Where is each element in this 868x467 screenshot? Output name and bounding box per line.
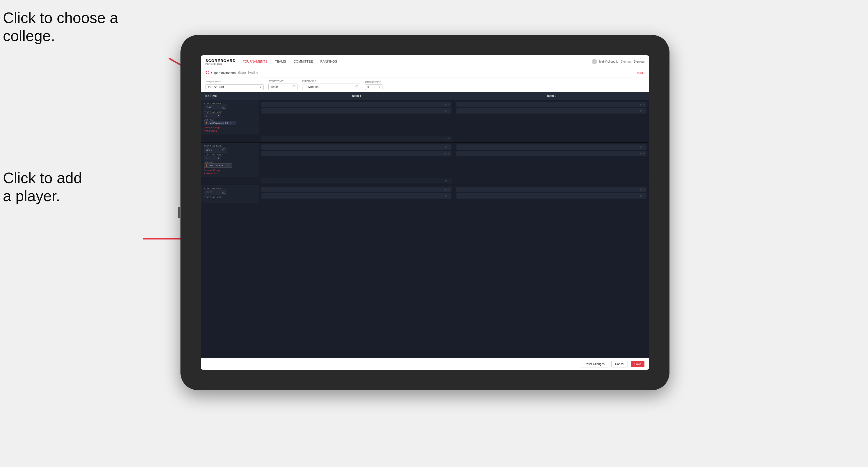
starting-hole-label-3: STARTING HOLE: [204, 196, 256, 198]
slot-dots-6-1[interactable]: ⋯ [643, 188, 645, 191]
nav-link-committee[interactable]: COMMITTEE [292, 59, 314, 64]
nav-link-tournaments[interactable]: TOURNAMENTS [242, 59, 269, 64]
start-time-select[interactable]: 10:00 ⓘ [268, 84, 298, 90]
player-slot-4-1[interactable]: ✕ ⋯ [457, 145, 647, 150]
start-type-select[interactable]: 1st Tee Start ▼ [206, 85, 264, 90]
team1-panel-1: ✕ ⋯ ✕ ⋯ [259, 100, 454, 134]
course-row-1: 🏌 (A) Peachtree GC ✕ ⋯ [204, 121, 256, 125]
slot-x-4-2[interactable]: ✕ [640, 152, 642, 155]
slot-dots-5-1[interactable]: ⋯ [448, 188, 450, 191]
nav-link-teams[interactable]: TEAMS [274, 59, 287, 64]
save-button[interactable]: Save [631, 361, 645, 367]
course-slot-dots-1[interactable]: ⋯ [448, 137, 451, 140]
player-slot-3-2[interactable]: ✕ ⋯ [261, 151, 452, 156]
player-slot-1-2[interactable]: ✕ ⋯ [261, 108, 452, 114]
course-tag-1[interactable]: 🏌 (A) Peachtree GC ✕ ⋯ [204, 121, 236, 125]
course-slot-x-2[interactable]: ✕ [445, 180, 447, 182]
action-links-1: Remove Group + Add Group [204, 126, 256, 132]
footer: Reset Changes Cancel Save [201, 358, 649, 370]
back-button[interactable]: ‹ Back [636, 71, 645, 74]
starting-time-input-2[interactable]: 10:10 ⓘ [204, 147, 227, 153]
course-remove-2[interactable]: ✕ [225, 164, 227, 167]
starting-time-row-3: 10:20 ⓘ [204, 190, 256, 195]
group-size-label: Group Size [365, 81, 382, 84]
course-remove-1[interactable]: ✕ [229, 122, 231, 124]
slot-x-6-1[interactable]: ✕ [640, 188, 642, 191]
slot-dots-1-1[interactable]: ⋯ [448, 103, 450, 106]
user-email: blair@clippd.io [599, 60, 619, 63]
course-slot-dots-2[interactable]: ⋯ [448, 180, 451, 182]
sign-out-link[interactable]: Sign out [621, 60, 632, 63]
course-dots-1[interactable]: ⋯ [232, 122, 234, 124]
slot-x-1-1[interactable]: ✕ [445, 103, 447, 106]
nav-link-rankings[interactable]: RANKINGS [319, 59, 338, 64]
starting-hole-input-1[interactable]: 1 ▼ [204, 113, 221, 118]
player-slot-6-2[interactable]: ✕ ⋯ [457, 193, 647, 198]
player-slot-5-1[interactable]: ✕ ⋯ [261, 187, 452, 192]
slot-dots-5-2[interactable]: ⋯ [448, 195, 450, 197]
slot-x-1-2[interactable]: ✕ [445, 110, 447, 113]
nav-avatar [592, 59, 597, 64]
slot-x-6-2[interactable]: ✕ [640, 195, 642, 197]
course-label-2: COURSE: [204, 161, 256, 163]
navbar: SCOREBOARD Powered by clippd TOURNAMENTS… [201, 55, 649, 68]
hole-chevron-2: ▼ [217, 157, 219, 160]
starting-hole-label-1: STARTING HOLE: [204, 111, 256, 113]
starting-time-input-3[interactable]: 10:20 ⓘ [204, 190, 227, 195]
start-time-info-icon: ⓘ [292, 85, 296, 89]
player-slot-2-1[interactable]: ✕ ⋯ [457, 102, 647, 107]
player-slot-5-2[interactable]: ✕ ⋯ [261, 193, 452, 198]
slot-dots-2-2[interactable]: ⋯ [643, 110, 645, 113]
course-icon-2: 🏌 [206, 164, 209, 167]
slot-dots-1-2[interactable]: ⋯ [448, 110, 450, 113]
add-group-2[interactable]: + Add Group [204, 172, 256, 175]
slot-x-5-1[interactable]: ✕ [445, 188, 447, 191]
start-type-chevron: ▼ [259, 86, 262, 89]
player-slot-1-1[interactable]: ✕ ⋯ [261, 102, 452, 107]
player-slot-4-2[interactable]: ✕ ⋯ [457, 151, 647, 156]
remove-group-1[interactable]: Remove Group [204, 126, 256, 129]
starting-time-row-1: 10:00 ⓘ [204, 104, 256, 110]
course-slot-2[interactable]: ✕ ⋯ [261, 178, 452, 183]
course-slot-1[interactable]: ✕ ⋯ [261, 136, 452, 141]
course-slot-x-1[interactable]: ✕ [445, 137, 447, 140]
intervals-select[interactable]: 10 Minutes ⓘ [302, 84, 360, 90]
player-slot-6-1[interactable]: ✕ ⋯ [457, 187, 647, 192]
sign-out-text[interactable]: Sign out [634, 60, 645, 63]
starting-hole-row-1: 1 ▼ [204, 113, 256, 118]
starting-hole-input-2[interactable]: 1 ▼ [204, 156, 221, 160]
slot-dots-4-2[interactable]: ⋯ [643, 152, 645, 155]
slot-dots-3-2[interactable]: ⋯ [448, 152, 450, 155]
slot-x-5-2[interactable]: ✕ [445, 195, 447, 197]
add-group-1[interactable]: + Add Group [204, 130, 256, 132]
group-size-select[interactable]: 3 ▼ [365, 85, 382, 90]
slot-dots-3-1[interactable]: ⋯ [448, 146, 450, 149]
remove-group-2[interactable]: Remove Group [204, 169, 256, 172]
intervals-info-icon: ⓘ [355, 85, 358, 89]
slot-dots-2-1[interactable]: ⋯ [643, 103, 645, 106]
player-slot-2-2[interactable]: ✕ ⋯ [457, 108, 647, 114]
course-label-1: COURSE: [204, 119, 256, 121]
slot-x-4-1[interactable]: ✕ [640, 146, 642, 149]
slot-dots-4-1[interactable]: ⋯ [643, 146, 645, 149]
cancel-button[interactable]: Cancel [611, 361, 628, 367]
slot-x-2-1[interactable]: ✕ [640, 103, 642, 106]
player-slot-3-1[interactable]: ✕ ⋯ [261, 145, 452, 150]
th-tee-time: Tee Time [201, 92, 259, 100]
intervals-field: Intervals 10 Minutes ⓘ [302, 80, 360, 90]
time-info-icon-3: ⓘ [222, 190, 225, 194]
start-type-field: Start Type 1st Tee Start ▼ [206, 81, 264, 90]
starting-time-input-1[interactable]: 10:00 ⓘ [204, 104, 227, 110]
tournament-title[interactable]: Clippd Invitational [211, 71, 237, 74]
slot-x-2-2[interactable]: ✕ [640, 110, 642, 113]
reset-changes-button[interactable]: Reset Changes [581, 361, 608, 367]
course-dots-2[interactable]: ⋯ [228, 164, 230, 167]
slot-x-3-2[interactable]: ✕ [445, 152, 447, 155]
slot-x-3-1[interactable]: ✕ [445, 146, 447, 149]
main-content: STARTING TIME: 10:00 ⓘ STARTING HOLE: 1 [201, 100, 649, 358]
hole-chevron-1: ▼ [217, 115, 219, 117]
slot-dots-6-2[interactable]: ⋯ [643, 195, 645, 197]
course-tag-2[interactable]: 🏌 East Lake GC ✕ ⋯ [204, 163, 232, 168]
group-size-chevron: ▼ [378, 86, 380, 89]
settings-row: Start Type 1st Tee Start ▼ Start Time 10… [201, 77, 649, 92]
